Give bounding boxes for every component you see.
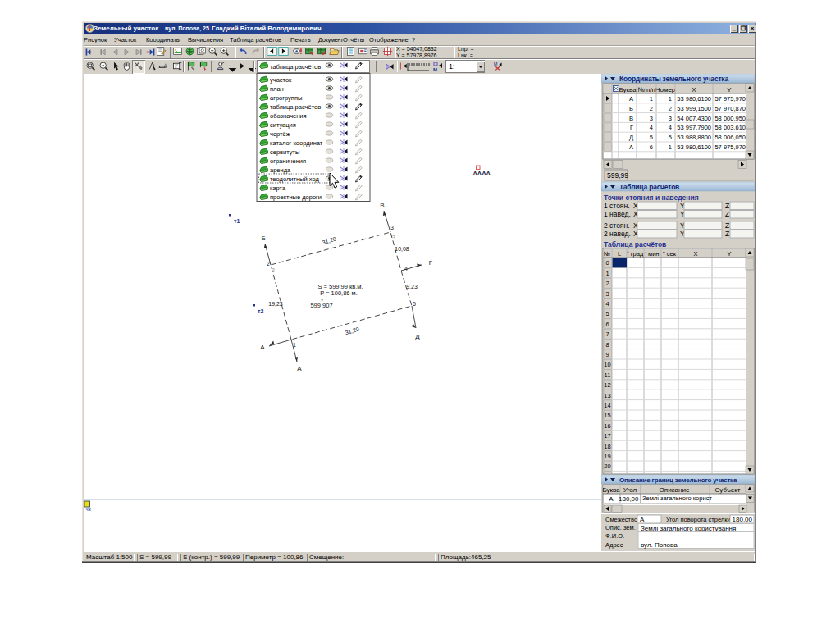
svg-text:аренда: аренда [270, 166, 291, 174]
svg-text:ситуация: ситуация [270, 121, 296, 129]
svg-text:теодолитный ход: теодолитный ход [270, 175, 319, 183]
svg-text:чертёж: чертёж [270, 130, 290, 138]
svg-text:таблица расчётов: таблица расчётов [270, 103, 321, 111]
svg-text:каталог координат: каталог координат [270, 139, 323, 147]
svg-text:сервитуты: сервитуты [270, 148, 299, 156]
svg-text:план: план [270, 85, 284, 93]
svg-text:проектные дороги: проектные дороги [270, 194, 322, 201]
svg-text:ограничения: ограничения [270, 157, 306, 165]
svg-text:участок: участок [270, 76, 292, 84]
svg-text:таблица расчётов: таблица расчётов [270, 63, 321, 71]
svg-text:карта: карта [270, 185, 286, 192]
svg-text:обозначения: обозначения [270, 112, 307, 120]
svg-text:агрогруппы: агрогруппы [270, 94, 302, 102]
